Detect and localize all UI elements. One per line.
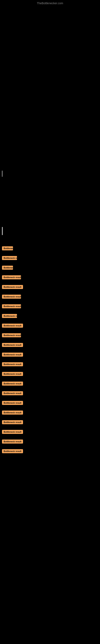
result-row: Bottleneck result xyxy=(1,341,99,349)
bottleneck-badge-13[interactable]: Bottleneck result xyxy=(2,362,23,366)
result-row: Bottleneck result xyxy=(1,312,99,320)
bottleneck-badge-22[interactable]: Bottleneck result xyxy=(2,449,23,453)
result-row: Bottleneck result xyxy=(1,293,99,301)
bottleneck-badge-2[interactable]: Bottleneck result xyxy=(2,256,17,260)
result-row: Bottleneck result xyxy=(1,264,99,272)
result-row: Bottleneck result xyxy=(1,303,99,311)
result-row: Bottleneck result xyxy=(1,361,99,369)
bottleneck-badge-20[interactable]: Bottleneck result xyxy=(2,430,23,434)
result-row: Bottleneck result xyxy=(1,390,99,398)
result-row: Bottleneck result xyxy=(1,409,99,417)
result-row: Bottleneck result xyxy=(1,370,99,378)
result-row: Bottleneck result xyxy=(1,322,99,330)
bottleneck-badge-1[interactable]: Bottleneck result xyxy=(2,246,13,250)
result-row: Bottleneck result xyxy=(1,245,99,253)
bottleneck-badge-5[interactable]: Bottleneck result xyxy=(2,285,23,289)
bottleneck-badge-4[interactable]: Bottleneck result xyxy=(2,275,21,279)
result-row: Bottleneck result xyxy=(1,274,99,282)
result-row: Bottleneck result xyxy=(1,283,99,292)
large-cursor-bar xyxy=(2,227,2,235)
result-row: Bottleneck result xyxy=(1,254,99,262)
bottleneck-badge-15[interactable]: Bottleneck result xyxy=(2,382,23,386)
bottleneck-badge-16[interactable]: Bottleneck result xyxy=(2,391,23,395)
result-row: Bottleneck result xyxy=(1,351,99,359)
result-row: Bottleneck result xyxy=(1,399,99,407)
bottleneck-badge-19[interactable]: Bottleneck result xyxy=(2,420,23,424)
bottleneck-badge-10[interactable]: Bottleneck result xyxy=(2,333,21,337)
result-row: Bottleneck result xyxy=(1,380,99,388)
bottleneck-badge-14[interactable]: Bottleneck result xyxy=(2,372,23,376)
bottleneck-badge-17[interactable]: Bottleneck result xyxy=(2,401,23,405)
bottleneck-badge-9[interactable]: Bottleneck result xyxy=(2,324,23,328)
bottleneck-badge-18[interactable]: Bottleneck result xyxy=(2,410,23,414)
result-row: Bottleneck result xyxy=(1,448,99,456)
main-content-area xyxy=(0,6,100,167)
results-section: Bottleneck resultBottleneck resultBottle… xyxy=(0,241,100,459)
bottleneck-badge-8[interactable]: Bottleneck result xyxy=(2,314,17,318)
result-row: Bottleneck result xyxy=(1,418,99,427)
bottleneck-badge-6[interactable]: Bottleneck result xyxy=(2,295,21,299)
result-row: Bottleneck result xyxy=(1,428,99,436)
bottleneck-badge-11[interactable]: Bottleneck result xyxy=(2,343,23,347)
site-title: TheBottlenecker.com xyxy=(0,0,100,6)
bottleneck-badge-21[interactable]: Bottleneck result xyxy=(2,440,23,444)
bottleneck-badge-3[interactable]: Bottleneck result xyxy=(2,266,13,270)
secondary-content-area xyxy=(0,181,100,221)
bottleneck-badge-7[interactable]: Bottleneck result xyxy=(2,304,21,308)
bottleneck-badge-12[interactable]: Bottleneck result xyxy=(2,352,23,356)
result-row: Bottleneck result xyxy=(1,332,99,340)
cursor-bar xyxy=(2,171,2,177)
result-row: Bottleneck result xyxy=(1,438,99,446)
